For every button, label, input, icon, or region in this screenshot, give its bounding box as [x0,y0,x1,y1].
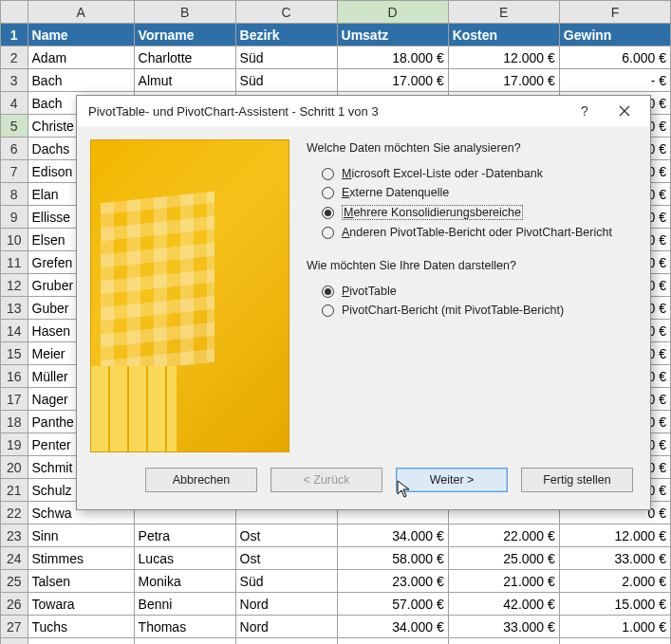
cell[interactable]: 23.000 € [337,570,448,593]
row-header[interactable]: 12 [1,274,28,297]
cell[interactable]: Zimmermann [28,638,134,645]
row-header[interactable]: 13 [1,297,28,320]
header-cell[interactable]: Name [28,24,134,46]
select-all-corner[interactable] [1,1,28,24]
cancel-button[interactable]: Abbrechen [145,468,257,492]
row-header[interactable]: 9 [1,206,28,229]
row-header[interactable]: 11 [1,251,28,274]
cell[interactable]: 17.000 € [337,69,448,92]
row-header[interactable]: 23 [1,524,28,547]
row-header[interactable]: 19 [1,433,28,456]
cell[interactable]: Petra [134,524,235,547]
row-header[interactable]: 5 [1,115,28,138]
col-header-D[interactable]: D [337,1,448,24]
cell[interactable]: 18.000 € [337,46,448,69]
cell[interactable]: Monika [134,570,235,593]
cell[interactable]: 57.000 € [337,593,448,616]
cell[interactable]: Süd [235,638,337,645]
cell[interactable]: 25.000 € [448,547,559,570]
cell[interactable]: 33.000 € [559,547,670,570]
cell[interactable]: 58.000 € [337,547,448,570]
close-button[interactable] [605,97,644,125]
next-button[interactable]: Weiter > [396,468,508,492]
row-header[interactable]: 28 [1,638,28,645]
cell[interactable]: Rainer [134,638,235,645]
cell[interactable]: Towara [28,593,134,616]
row-header[interactable]: 24 [1,547,28,570]
row-header[interactable]: 17 [1,388,28,411]
row-header[interactable]: 16 [1,365,28,388]
cell[interactable]: Charlotte [134,46,235,69]
cell[interactable]: Ost [235,524,337,547]
row-header[interactable]: 27 [1,616,28,638]
cell[interactable]: 6.000 € [559,46,670,69]
cell[interactable]: Süd [235,69,337,92]
row-header[interactable]: 26 [1,593,28,616]
row-header[interactable]: 7 [1,160,28,183]
col-header-A[interactable]: A [28,1,134,24]
cell[interactable]: Ost [235,547,337,570]
cell[interactable]: 15.000 € [559,593,670,616]
row-header[interactable]: 6 [1,138,28,160]
cell[interactable]: Benni [134,593,235,616]
cell[interactable]: 33.000 € [448,616,559,638]
cell[interactable]: 17.000 € [448,69,559,92]
radio-out-1[interactable]: PivotChart-Bericht (mit PivotTable-Beric… [307,301,633,320]
radio-src-2[interactable]: Mehrere Konsolidierungsbereiche [307,202,633,223]
cell[interactable]: Adam [28,46,134,69]
cell[interactable]: 12.000 € [559,524,670,547]
cell[interactable]: Lucas [134,547,235,570]
radio-src-1[interactable]: Externe Datenquelle [307,183,633,202]
finish-button[interactable]: Fertig stellen [521,468,633,492]
row-header[interactable]: 8 [1,183,28,206]
row-header[interactable]: 3 [1,69,28,92]
cell[interactable]: 2.000 € [559,570,670,593]
cell[interactable]: 1.000 € [559,616,670,638]
row-header[interactable]: 10 [1,229,28,251]
help-button[interactable]: ? [565,97,605,125]
col-header-C[interactable]: C [235,1,337,24]
dialog-titlebar[interactable]: PivotTable- und PivotChart-Assistent - S… [77,96,650,126]
header-cell[interactable]: Bezirk [235,24,337,46]
col-header-E[interactable]: E [448,1,559,24]
cell[interactable]: Nord [235,593,337,616]
cell[interactable]: Süd [235,570,337,593]
row-header[interactable]: 20 [1,456,28,479]
header-cell[interactable]: Umsatz [337,24,448,46]
radio-src-3[interactable]: Anderen PivotTable-Bericht oder PivotCha… [307,223,633,242]
cell[interactable]: Tuchs [28,616,134,638]
header-cell[interactable]: Kosten [448,24,559,46]
row-header[interactable]: 25 [1,570,28,593]
row-header[interactable]: 15 [1,342,28,365]
cell[interactable]: 12.000 € [448,46,559,69]
cell[interactable]: 4.000 € [559,638,670,645]
cell[interactable]: Talsen [28,570,134,593]
header-cell[interactable]: Vorname [134,24,235,46]
cell[interactable]: Süd [235,46,337,69]
cell[interactable]: 22.000 € [448,524,559,547]
row-header[interactable]: 22 [1,502,28,524]
col-header-F[interactable]: F [559,1,670,24]
cell[interactable]: Bach [28,69,134,92]
cell[interactable]: Stimmes [28,547,134,570]
cell[interactable]: 21.000 € [448,570,559,593]
row-header[interactable]: 1 [1,24,28,46]
row-header[interactable]: 2 [1,46,28,69]
cell[interactable]: 19.000 € [448,638,559,645]
row-header[interactable]: 4 [1,92,28,115]
cell[interactable]: Almut [134,69,235,92]
col-header-B[interactable]: B [134,1,235,24]
cell[interactable]: 34.000 € [337,616,448,638]
radio-out-0[interactable]: PivotTable [307,282,633,301]
cell[interactable]: Sinn [28,524,134,547]
cell[interactable]: - € [559,69,670,92]
cell[interactable]: Thomas [134,616,235,638]
cell[interactable]: 42.000 € [448,593,559,616]
row-header[interactable]: 21 [1,479,28,502]
radio-src-0[interactable]: Microsoft Excel-Liste oder -Datenbank [307,164,633,183]
row-header[interactable]: 18 [1,411,28,433]
row-header[interactable]: 14 [1,320,28,342]
cell[interactable]: Nord [235,616,337,638]
cell[interactable]: 34.000 € [337,524,448,547]
header-cell[interactable]: Gewinn [559,24,670,46]
